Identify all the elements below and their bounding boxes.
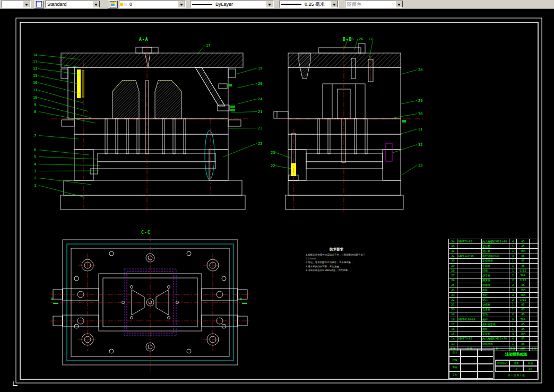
bom-material: T8A	[517, 317, 530, 322]
svg-text:2: 2	[34, 176, 36, 180]
bom-row: 20 支承板 1 45	[449, 307, 539, 312]
sheet-icon	[36, 1, 42, 7]
bom-no: 28	[449, 268, 457, 273]
bom-row: 19 垫块 2 45	[449, 312, 539, 317]
technical-notes-lines: 1.装配前所有零件均需清洗干净，分型面配合间隙不大于0.02mm；2.导柱、导套…	[306, 253, 367, 272]
cad-application-window: Standard 0 ByLayer 0.25 毫米 随颜色	[0, 0, 554, 392]
bom-no: 27	[449, 273, 457, 278]
technical-note-line: 3.推出机构动作可靠，复位准确；	[306, 265, 367, 268]
bom-material: T8A	[517, 332, 530, 336]
bom-note	[530, 341, 539, 346]
svg-text:13: 13	[33, 60, 37, 64]
bom-material: 45	[517, 302, 530, 307]
technical-note-line: 2.导柱、导套装配后运动灵活，无卡滞现象；	[306, 260, 367, 264]
bom-no: 15	[449, 332, 457, 336]
bom-row: 15 复位杆 4 T8A	[449, 332, 539, 336]
bom-code: GB/T70-85	[457, 336, 482, 341]
svg-text:10: 10	[33, 95, 37, 100]
svg-text:31: 31	[418, 127, 422, 132]
left-cut-combo[interactable]	[1, 1, 31, 8]
chevron-down-icon	[331, 1, 338, 8]
bom-row: 13 动模座板 1 45	[449, 341, 539, 346]
bom-code	[457, 307, 482, 312]
svg-text:4: 4	[34, 162, 36, 167]
bom-code	[457, 288, 482, 292]
bom-no: 23	[449, 293, 457, 298]
bom-qty: 2	[509, 312, 517, 317]
svg-text:7: 7	[34, 134, 36, 138]
bom-row: 30 定模座板 1 45	[449, 258, 539, 263]
bom-name: 动模板	[482, 302, 509, 307]
layer-combo[interactable]: 0	[119, 1, 186, 8]
bom-material: 45	[517, 307, 530, 312]
bom-name: 侧滑块	[482, 278, 509, 283]
bom-qty: 4	[509, 332, 517, 336]
bom-name: 圆柱销φ8×30	[482, 254, 509, 258]
linetype-combo[interactable]: ByLayer	[190, 1, 274, 8]
bom-note	[530, 278, 539, 283]
plotstyle-combo[interactable]: 随颜色	[345, 1, 403, 8]
svg-text:33: 33	[418, 163, 422, 168]
bom-note	[530, 268, 539, 273]
section-view-a-a[interactable]	[60, 47, 245, 210]
bom-name: 导柱	[482, 293, 509, 298]
style-combo[interactable]: Standard	[45, 1, 100, 8]
bom-code	[457, 244, 482, 249]
bom-no: 34	[449, 239, 457, 244]
chevron-down-icon	[178, 1, 185, 8]
chevron-down-icon	[266, 1, 273, 8]
svg-text:20: 20	[258, 82, 262, 86]
bom-note	[530, 283, 539, 288]
section-view-b-b[interactable]	[274, 43, 406, 210]
bom-code: GB/T119-86	[457, 254, 482, 258]
lineweight-combo[interactable]: 0.25 毫米	[279, 1, 339, 8]
bom-qty: 1	[509, 302, 517, 307]
chevron-down-icon	[23, 1, 30, 8]
svg-text:23: 23	[271, 151, 275, 155]
bom-note	[530, 298, 539, 302]
bom-qty: 2	[509, 278, 517, 283]
object-properties-toolbar: Standard 0 ByLayer 0.25 毫米 随颜色	[0, 0, 554, 9]
svg-text:6: 6	[34, 148, 36, 152]
bom-code: GB/T70-85	[457, 239, 482, 244]
bom-code	[457, 341, 482, 346]
bom-material: 45	[517, 327, 530, 332]
svg-text:23: 23	[258, 126, 262, 130]
bom-material: Cr12	[517, 268, 530, 273]
layers-icon	[110, 1, 116, 7]
bom-material: 45	[517, 336, 530, 341]
svg-text:29: 29	[418, 99, 422, 103]
plotstyle-combo-value: 随颜色	[345, 1, 395, 8]
bom-code	[457, 263, 482, 268]
bom-no: 21	[449, 302, 457, 307]
text-style-icon-button[interactable]	[34, 1, 44, 8]
sheet-count: 共 1 张 第 1 张	[495, 372, 538, 379]
svg-text:16: 16	[33, 81, 37, 85]
bom-name: 锁紧楔	[482, 283, 509, 288]
bom-row: 25 锁紧楔 2 45	[449, 283, 539, 288]
bom-material: 45	[517, 322, 530, 327]
bom-material: 45	[517, 244, 530, 249]
bom-row: 34 GB/T70-85 内六角螺钉M12×40 4 45	[449, 239, 539, 244]
layer-on-icon	[120, 3, 123, 6]
bom-material: Cr12	[517, 298, 530, 302]
bom-name: 支承板	[482, 307, 509, 312]
bom-no: 17	[449, 322, 457, 327]
bom-note	[530, 254, 539, 258]
bom-row: 23 导柱 4 T8A	[449, 293, 539, 298]
bom-qty: 1	[509, 258, 517, 263]
bom-qty: 1	[509, 322, 517, 327]
bom-name: 定位圈	[482, 244, 509, 249]
bom-material: 45	[517, 283, 530, 288]
bom-note	[530, 239, 539, 244]
bom-name: 浇口套	[482, 249, 509, 254]
bom-qty: 2	[509, 273, 517, 278]
bom-note	[530, 288, 539, 292]
bom-name: 凹模	[482, 268, 509, 273]
mark-label: 阶段标记	[495, 360, 509, 366]
svg-text:22: 22	[271, 164, 275, 168]
layer-properties-icon-button[interactable]	[108, 1, 118, 8]
view-label-aa: A-A	[139, 37, 148, 42]
technical-notes: 技术要求 1.装配前所有零件均需清洗干净，分型面配合间隙不大于0.02mm；2.…	[306, 247, 367, 272]
bom-code	[457, 312, 482, 317]
